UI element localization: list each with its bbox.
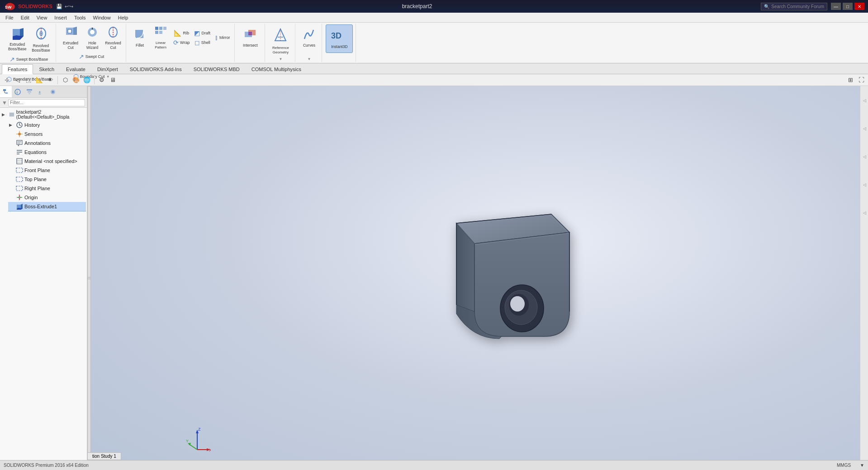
- scene-btn[interactable]: 🌐: [82, 76, 92, 85]
- section-view-btn[interactable]: ⬚: [24, 76, 33, 85]
- display-style-btn[interactable]: ⬡: [60, 76, 70, 85]
- extruded-boss-button[interactable]: ExtrudedBoss/Base: [5, 26, 29, 53]
- rp-btn-2[interactable]: ◁: [861, 115, 868, 142]
- revolved-boss-button[interactable]: RevolvedBoss/Base: [30, 24, 52, 54]
- rp-btn-4[interactable]: ◁: [861, 171, 868, 198]
- ft-tab-tree[interactable]: [0, 86, 12, 97]
- tab-sw-addins[interactable]: SOLIDWORKS Add-Ins: [124, 64, 188, 74]
- revolved-cut-button[interactable]: RevolvedCut: [103, 24, 123, 51]
- refgeo-dropdown[interactable]: ▼: [279, 57, 282, 61]
- ft-equations-label: Equations: [24, 149, 47, 155]
- view-settings-btn[interactable]: ⚙: [97, 76, 107, 85]
- filter-input[interactable]: [8, 99, 85, 106]
- hide-show-btn[interactable]: 👁: [45, 76, 55, 85]
- maximize-btn[interactable]: □: [843, 3, 853, 10]
- ft-front-plane-item[interactable]: Front Plane: [8, 166, 86, 175]
- history-expander[interactable]: ▶: [9, 123, 14, 127]
- ft-right-plane-item[interactable]: Right Plane: [8, 184, 86, 193]
- hole-wizard-icon: [86, 26, 99, 40]
- fullscreen-btn[interactable]: ⛶: [856, 76, 866, 85]
- menu-tools[interactable]: Tools: [71, 14, 90, 21]
- close-btn[interactable]: ✕: [854, 3, 864, 10]
- search-box[interactable]: 🔍 Search Community Forum: [761, 3, 827, 10]
- ft-tab-display[interactable]: [47, 86, 59, 97]
- ft-tab-config[interactable]: [24, 86, 35, 97]
- ft-history-label: History: [24, 122, 40, 128]
- minimize-btn[interactable]: —: [831, 3, 841, 10]
- ft-boss-extrude1-item[interactable]: Boss-Extrude1: [8, 202, 86, 211]
- curves-dropdown[interactable]: ▼: [307, 57, 311, 61]
- status-units-dropdown[interactable]: ▼: [860, 463, 864, 468]
- view-orient-btn[interactable]: ⊹: [2, 76, 12, 85]
- svg-rect-29: [5, 92, 8, 94]
- wrap-button[interactable]: ⟳ Wrap: [171, 38, 191, 47]
- view-sketch-btn[interactable]: 📐: [34, 76, 44, 85]
- ft-origin-label: Origin: [24, 195, 38, 200]
- quick-access-btn[interactable]: 💾: [56, 4, 62, 10]
- ft-equations-item[interactable]: Equations: [8, 148, 86, 157]
- mirror-button[interactable]: ⫿ Mirror: [213, 33, 232, 42]
- linear-pattern-button[interactable]: LinearPattern: [151, 24, 171, 51]
- collapse-handle[interactable]: |||: [87, 86, 91, 470]
- extruded-cut-button[interactable]: ExtrudedCut: [60, 24, 81, 51]
- svg-point-41: [18, 133, 21, 135]
- undo-btn[interactable]: ↩: [65, 4, 69, 10]
- feature-tree-content: ▶ bracketpart2 (Default<<Default>_Displa…: [0, 108, 87, 470]
- menu-edit[interactable]: Edit: [17, 14, 33, 21]
- search-icon: 🔍: [764, 4, 769, 9]
- rib-button[interactable]: 📐 Rib: [172, 29, 191, 38]
- ribbon: ExtrudedBoss/Base RevolvedBoss/Base ↗ Sw…: [0, 23, 868, 63]
- rp-btn-1[interactable]: ◁: [861, 87, 868, 114]
- ft-tab-property[interactable]: i: [12, 86, 24, 97]
- tab-sketch[interactable]: Sketch: [33, 64, 60, 74]
- viewport[interactable]: Z X Y: [91, 86, 860, 470]
- ft-top-plane-item[interactable]: Top Plane: [8, 175, 86, 184]
- intersect-button[interactable]: Intersect: [238, 24, 262, 49]
- menu-file[interactable]: File: [2, 14, 17, 21]
- instant3d-button[interactable]: 3D Instant3D: [326, 24, 353, 53]
- ft-material-item[interactable]: Material <not specified>: [8, 157, 86, 166]
- tab-evaluate[interactable]: Evaluate: [60, 64, 91, 74]
- bottom-study-tab[interactable]: tion Study 1: [87, 452, 121, 460]
- svg-rect-39: [9, 113, 14, 117]
- svg-marker-2: [20, 28, 24, 36]
- ft-tab-dimxpert[interactable]: ±: [35, 86, 47, 97]
- hole-wizard-button[interactable]: HoleWizard: [82, 24, 102, 51]
- ft-root-item[interactable]: ▶ bracketpart2 (Default<<Default>_Displa: [1, 109, 86, 120]
- ft-annotations-item[interactable]: Annotations: [8, 139, 86, 148]
- monitor-btn[interactable]: 🖥: [108, 76, 118, 85]
- tab-comsol[interactable]: COMSOL Multiphysics: [246, 64, 307, 74]
- menu-insert[interactable]: Insert: [51, 14, 71, 21]
- swept-boss-button[interactable]: ↗ Swept Boss/Base: [8, 55, 50, 64]
- ft-origin-item[interactable]: Origin: [8, 193, 86, 202]
- appearance-btn[interactable]: 🎨: [71, 76, 81, 85]
- draft-button[interactable]: ◩ Draft: [192, 29, 212, 38]
- status-units-label: MMGS: [837, 463, 851, 468]
- menu-help[interactable]: Help: [114, 14, 132, 21]
- tab-features[interactable]: Features: [2, 64, 33, 74]
- fillet-button[interactable]: Fillet: [130, 27, 150, 49]
- svg-rect-35: [28, 93, 30, 94]
- svg-text:X: X: [209, 448, 211, 452]
- ribbon-group-curves: Curves ▼: [296, 24, 322, 62]
- ft-material-label: Material <not specified>: [24, 158, 77, 164]
- tab-dimxpert[interactable]: DimXpert: [91, 64, 124, 74]
- swept-cut-button[interactable]: ↗ Swept Cut: [77, 52, 106, 61]
- rp-btn-5[interactable]: ◁: [861, 199, 868, 226]
- rp-btn-3[interactable]: ◁: [861, 143, 868, 170]
- ft-sensors-item[interactable]: Sensors: [8, 129, 86, 139]
- redo-btn[interactable]: ↪: [69, 4, 73, 10]
- left-panel: i ± ▼ ▶ bracketpart2 (Default<<Default>_…: [0, 86, 87, 470]
- menu-view[interactable]: View: [33, 14, 51, 21]
- view-prev-btn[interactable]: ◁: [13, 76, 23, 85]
- root-expander[interactable]: ▶: [2, 112, 7, 117]
- right-panel-btn[interactable]: ⊞: [845, 76, 855, 85]
- tab-sw-mbd[interactable]: SOLIDWORKS MBD: [188, 64, 246, 74]
- ft-history-item[interactable]: ▶ History: [8, 120, 86, 129]
- ribbon-group-features: Fillet LinearPattern 📐 Rib ⟳ Wrap: [127, 24, 235, 62]
- ribbon-group-instant3d: 3D Instant3D: [323, 24, 356, 62]
- curves-button[interactable]: Curves: [299, 24, 319, 49]
- shell-button[interactable]: ◻ Shell: [193, 38, 212, 47]
- reference-geometry-button[interactable]: ReferenceGeometry: [269, 24, 292, 56]
- menu-window[interactable]: Window: [90, 14, 114, 21]
